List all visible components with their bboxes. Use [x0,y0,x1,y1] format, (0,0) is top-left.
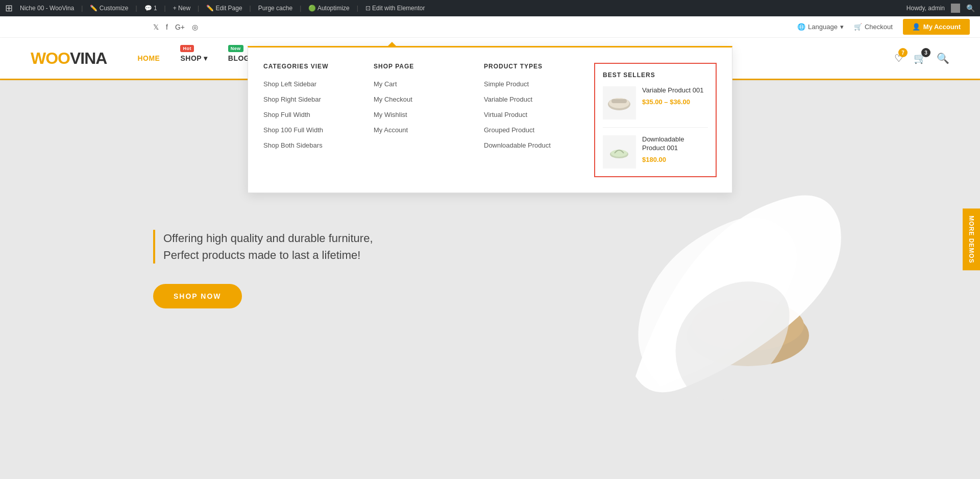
my-account-button[interactable]: 👤 My Account [903,19,970,35]
chevron-down-icon: ▾ [840,23,844,31]
product-2-name: Downloadable Product 001 [642,135,708,153]
product-2-thumbnail [603,135,636,169]
sep6: | [300,5,301,12]
menu-my-checkout[interactable]: My Checkout [374,95,412,103]
edit-page-link[interactable]: ✏️ Edit Page [206,5,242,12]
globe-icon: 🌐 [797,23,805,31]
mega-menu-overlay: CATEGORIES VIEW Shop Left Sidebar Shop R… [0,41,980,193]
menu-col-categories: CATEGORIES VIEW Shop Left Sidebar Shop R… [263,63,374,177]
checkout-link[interactable]: 🛒 Checkout [854,23,893,31]
menu-variable-product[interactable]: Variable Product [484,95,532,103]
hero-tagline-line1: Offering high quality and durable furnit… [163,230,373,247]
product-1-thumbnail [603,86,636,119]
product-types-list: Simple Product Variable Product Virtual … [484,79,584,150]
best-seller-product-2[interactable]: Downloadable Product 001 $180.00 [603,135,708,169]
instagram-icon[interactable]: ◎ [192,23,198,31]
sep4: | [198,5,199,12]
product-1-name: Variable Product 001 [642,86,708,95]
twitter-icon[interactable]: 𝕏 [153,23,159,31]
product-2-price: $180.00 [642,156,708,163]
product-1-price: $35.00 – $36.00 [642,98,708,106]
product-1-price-display: $35.00 – $36.00 [642,98,690,106]
checkout-label: Checkout [865,23,893,31]
googleplus-icon[interactable]: G+ [175,23,185,31]
language-dropdown[interactable]: 🌐 Language ▾ [797,23,844,31]
menu-shop-left-sidebar[interactable]: Shop Left Sidebar [263,80,316,88]
sep7: | [357,5,358,12]
admin-search-icon[interactable]: 🔍 [966,4,975,12]
cart-icon: 🛒 [854,23,862,31]
best-seller-product-1[interactable]: Variable Product 001 $35.00 – $36.00 [603,86,708,128]
user-icon: 👤 [912,23,920,31]
best-sellers-column: BEST SELLERS Variable Product 001 $35.00… [594,63,717,177]
howdy-text: Howdy, admin [906,5,945,12]
elementor-link[interactable]: ⊡ Edit with Elementor [365,5,425,12]
menu-col-shop-page: SHOP PAGE My Cart My Checkout My Wishlis… [374,63,484,177]
shop-now-button[interactable]: SHOP NOW [153,284,242,308]
customize-link[interactable]: ✏️ Customize [90,5,128,12]
product-1-info: Variable Product 001 $35.00 – $36.00 [642,86,708,106]
menu-shop-right-sidebar[interactable]: Shop Right Sidebar [263,95,321,103]
purge-cache-link[interactable]: Purge cache [258,5,292,12]
hero-content: Offering high quality and durable furnit… [0,199,526,339]
top-right-nav: 🌐 Language ▾ 🛒 Checkout 👤 My Account [797,19,970,35]
product-types-title: PRODUCT TYPES [484,63,584,70]
menu-my-wishlist[interactable]: My Wishlist [374,111,407,118]
my-account-label: My Account [923,23,961,31]
menu-my-account[interactable]: My Account [374,126,408,134]
shop-page-list: My Cart My Checkout My Wishlist My Accou… [374,79,474,134]
menu-shop-both-sidebars[interactable]: Shop Both Sidebars [263,141,323,149]
categories-view-list: Shop Left Sidebar Shop Right Sidebar Sho… [263,79,363,150]
more-demos-button[interactable]: MORE DEMOS [963,208,980,270]
social-bar: 𝕏 f G+ ◎ 🌐 Language ▾ 🛒 Checkout 👤 My Ac… [0,16,980,38]
site-name[interactable]: Niche 00 - WooVina [20,5,74,12]
hero-tagline-line2: Perfect products made to last a lifetime… [163,247,373,264]
menu-grouped-product[interactable]: Grouped Product [484,126,534,134]
hero-tagline: Offering high quality and durable furnit… [153,230,373,264]
admin-bar: ⊞ Niche 00 - WooVina | ✏️ Customize | 💬 … [0,0,980,16]
menu-shop-100-full-width[interactable]: Shop 100 Full Width [263,126,323,134]
mega-menu: CATEGORIES VIEW Shop Left Sidebar Shop R… [248,46,732,193]
sep1: | [81,5,83,12]
social-icons: 𝕏 f G+ ◎ [153,23,198,31]
more-demos-label: MORE DEMOS [968,215,975,263]
shop-page-title: SHOP PAGE [374,63,474,70]
menu-simple-product[interactable]: Simple Product [484,80,529,88]
comments-link[interactable]: 💬 1 [144,5,157,12]
sep5: | [250,5,251,12]
menu-shop-full-width[interactable]: Shop Full Width [263,111,310,118]
best-sellers-title: BEST SELLERS [603,71,708,79]
product-2-info: Downloadable Product 001 $180.00 [642,135,708,163]
svg-rect-2 [611,99,627,103]
sep3: | [164,5,166,12]
categories-view-title: CATEGORIES VIEW [263,63,363,70]
menu-virtual-product[interactable]: Virtual Product [484,111,527,118]
admin-avatar [951,4,960,13]
product-2-price-display: $180.00 [642,156,666,163]
facebook-icon[interactable]: f [166,23,168,31]
sep2: | [135,5,137,12]
menu-col-product-types: PRODUCT TYPES Simple Product Variable Pr… [484,63,594,177]
new-link[interactable]: + New [173,5,190,12]
wp-logo-icon: ⊞ [5,3,13,14]
menu-my-cart[interactable]: My Cart [374,80,397,88]
language-label: Language [808,23,838,31]
svg-point-4 [611,150,627,157]
autoptimize-link[interactable]: 🟢 Autoptimize [308,5,349,12]
menu-downloadable-product[interactable]: Downloadable Product [484,141,551,149]
